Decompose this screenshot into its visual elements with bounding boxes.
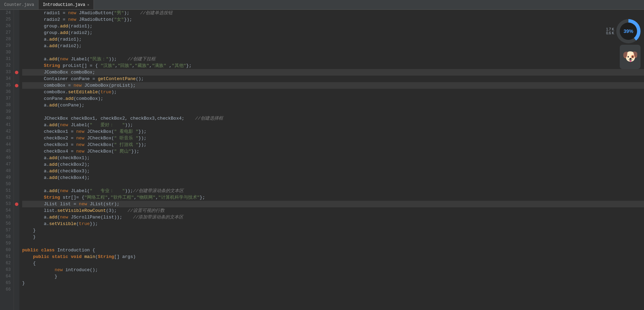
gutter-cell[interactable] — [14, 109, 19, 115]
code-line: public class Introduction { — [22, 247, 644, 253]
gutter-cell[interactable] — [14, 161, 19, 168]
gutter-cell[interactable] — [14, 181, 19, 188]
plain-token: . — [57, 29, 60, 36]
code-line — [22, 181, 644, 188]
gutter-cell[interactable] — [14, 286, 19, 293]
gutter-cell[interactable] — [14, 102, 19, 109]
gutter-cell[interactable] — [14, 10, 19, 16]
gutter-cell[interactable] — [14, 168, 19, 174]
plain-token: ( — [57, 188, 60, 194]
gutter-cell[interactable] — [14, 267, 19, 273]
gutter-cell[interactable] — [14, 49, 19, 56]
gutter-cell[interactable] — [14, 16, 19, 23]
tab-close-icon[interactable]: ✕ — [87, 3, 89, 7]
cmt-token: //创建带滚动条的文本区 — [133, 188, 184, 194]
method-token: add — [49, 102, 57, 109]
gutter-cell[interactable] — [14, 207, 19, 214]
gutter-cell[interactable] — [14, 194, 19, 201]
gutter-cell[interactable] — [14, 227, 19, 234]
gutter-cell[interactable] — [14, 174, 19, 181]
bool-token: true — [79, 221, 90, 227]
stats-panel: 1.7 K 0.6 K — [606, 27, 614, 35]
gutter-cell[interactable] — [14, 253, 19, 260]
str-token: "计算机科学与技术" — [158, 194, 200, 201]
var-token: a — [22, 161, 46, 168]
plain-token — [49, 253, 52, 260]
gutter-cell[interactable] — [14, 280, 19, 286]
line-number: 65 — [1, 280, 11, 286]
method-token: add — [60, 29, 68, 36]
code-line: list.setVisibleRowCount(3); //设置可视的行数 — [22, 207, 644, 214]
code-line: a.add(checkBox3); — [22, 168, 644, 174]
cmt-token: //设置可视的行数 — [127, 207, 165, 214]
gutter-cell[interactable] — [14, 56, 19, 62]
gutter-cell[interactable] — [14, 221, 19, 227]
line-number: 64 — [1, 273, 11, 280]
gutter-cell[interactable] — [14, 234, 19, 240]
gutter-cell[interactable] — [14, 141, 19, 148]
gutter-cell[interactable] — [14, 82, 19, 89]
gutter-cell[interactable] — [14, 247, 19, 253]
plain-token: ( — [76, 221, 79, 227]
plain-token: }); — [138, 141, 146, 148]
method-token: main — [85, 253, 95, 260]
gutter-cell[interactable] — [14, 62, 19, 69]
gutter-cell[interactable] — [14, 155, 19, 161]
gutter-cell[interactable] — [14, 188, 19, 194]
gutter-cell[interactable] — [14, 23, 19, 29]
gutter-cell[interactable] — [14, 273, 19, 280]
str-token: "民族：" — [90, 56, 109, 62]
plain-token: JCheckBox checkBox1, checkBox2, checkBox… — [22, 115, 195, 122]
line-number: 28 — [1, 36, 11, 43]
plain-token: proList[] = { — [60, 62, 100, 69]
str-token: "软件工程" — [111, 194, 134, 201]
breakpoint-indicator — [15, 71, 18, 74]
method-token: add — [49, 155, 57, 161]
code-line — [22, 109, 644, 115]
gutter-cell[interactable] — [14, 95, 19, 102]
line-number: 59 — [1, 240, 11, 247]
line-number: 54 — [1, 207, 11, 214]
plain-token: . — [46, 168, 49, 174]
gutter-cell[interactable] — [14, 214, 19, 221]
plain-token: , — [156, 194, 158, 201]
bool-token: true — [100, 89, 111, 95]
plain-token: JRadioButton( — [76, 16, 114, 23]
kw2-token: new — [79, 201, 87, 207]
gutter-cell[interactable] — [14, 36, 19, 43]
code-content[interactable]: radio1 = new JRadioButton("男"); //创建单选按钮… — [19, 10, 644, 310]
kw2-token: new — [68, 10, 76, 16]
str-token: "男" — [114, 10, 124, 16]
gutter-cell[interactable] — [14, 89, 19, 95]
gutter-cell[interactable] — [14, 29, 19, 36]
gutter-cell[interactable] — [14, 260, 19, 267]
code-line — [22, 240, 644, 247]
widget-overlay: 1.7 K 0.6 K 39% 🐶 — [606, 19, 641, 69]
code-line: a.add(checkBox4); — [22, 174, 644, 181]
line-number: 36 — [1, 89, 11, 95]
plain-token: (radio1); — [68, 23, 92, 29]
gutter-cell[interactable] — [14, 201, 19, 207]
breakpoint-indicator — [15, 84, 18, 87]
gutter-cell[interactable] — [14, 240, 19, 247]
method-token: add — [49, 168, 57, 174]
plain-token: JCheckBox( — [84, 135, 114, 141]
gutter-cell[interactable] — [14, 43, 19, 49]
gutter-cell[interactable] — [14, 115, 19, 122]
tab-introduction-java[interactable]: Introduction.java ✕ — [38, 0, 94, 9]
method-token: getContentPane — [98, 76, 135, 82]
plain-token: )); — [109, 56, 128, 62]
gutter-cell[interactable] — [14, 128, 19, 135]
plain-token: = — [63, 10, 68, 16]
gutter-cell[interactable] — [14, 135, 19, 141]
gutter-cell[interactable] — [14, 76, 19, 82]
gutter-cell[interactable] — [14, 122, 19, 128]
str-token: "女" — [114, 16, 124, 23]
gutter-cell[interactable] — [14, 148, 19, 155]
plain-token: (); — [136, 76, 144, 82]
line-number: 32 — [1, 62, 11, 69]
gutter-cell[interactable] — [14, 69, 19, 76]
plain-token: )); — [125, 122, 133, 128]
plain-token: introduce(); — [63, 267, 98, 273]
tab-counter-java[interactable]: Counter.java — [0, 0, 38, 9]
